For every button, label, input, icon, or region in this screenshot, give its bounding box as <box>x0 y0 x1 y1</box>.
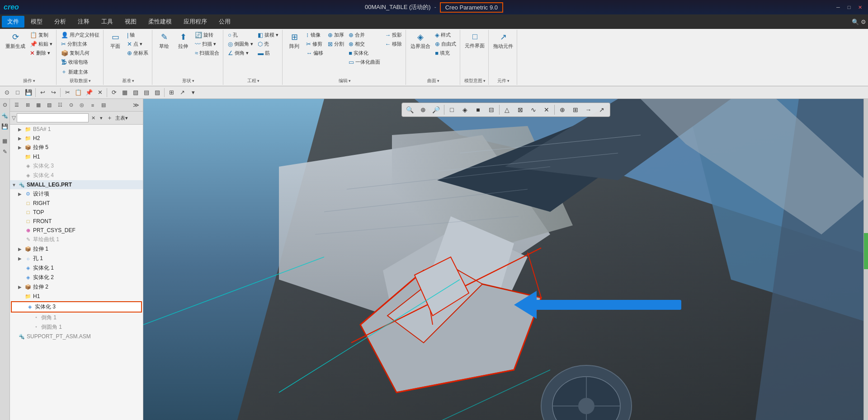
regenerate-button[interactable]: ⟳ 重新生成 <box>4 31 27 51</box>
tb-display4-icon[interactable]: ▨ <box>152 88 162 98</box>
hole-button[interactable]: ○孔 <box>226 31 255 39</box>
menu-model[interactable]: 模型 <box>25 16 48 28</box>
left-icon-sketch[interactable]: ✎ <box>1 148 9 156</box>
tb-display1-icon[interactable]: ▦ <box>120 88 130 98</box>
view-cross-button[interactable]: ✕ <box>540 104 553 116</box>
tree-item-h1a[interactable]: ▶ 📁 H1 <box>10 152 143 161</box>
view-curve-button[interactable]: ∿ <box>527 104 540 116</box>
viewport-3d[interactable]: 🔍 ⊕ 🔎 □ ◈ ■ ⊟ △ ⊠ ∿ ✕ ⊕ ⊞ → ↗ UG爱好者论坛@yo… <box>143 99 868 420</box>
minimize-button[interactable]: ─ <box>834 4 843 11</box>
menu-view[interactable]: 视图 <box>119 16 142 28</box>
split-button[interactable]: ⊠分割 <box>326 40 346 48</box>
rib-button[interactable]: ▬筋 <box>256 49 280 57</box>
tree-list-icon[interactable]: ☰ <box>12 100 22 110</box>
array-button[interactable]: ⊞ 阵列 <box>285 31 303 51</box>
tree-item-extrude1[interactable]: ▶ 📦 拉伸 1 <box>10 244 143 254</box>
sketch-button[interactable]: ✎ 草绘 <box>155 31 173 51</box>
mirror-button[interactable]: ⫶镜像 <box>304 31 325 39</box>
menu-common[interactable]: 公用 <box>213 16 236 28</box>
tree-item-right[interactable]: ▶ □ RIGHT <box>10 199 143 208</box>
tree-item-solidify1[interactable]: ▶ ◈ 实体化 1 <box>10 263 143 273</box>
menu-annotation[interactable]: 注释 <box>72 16 95 28</box>
extrude-button[interactable]: ⬆ 拉伸 <box>174 31 192 51</box>
tb-paste-icon[interactable]: 📌 <box>84 88 94 98</box>
boundary-blend-button[interactable]: ◈ 边界混合 <box>409 31 432 51</box>
surface-solidify-button[interactable]: ▭一体化曲面 <box>347 58 382 66</box>
tb-display2-icon[interactable]: ▧ <box>131 88 141 98</box>
view-xsec-button[interactable]: ⊠ <box>514 104 527 116</box>
zoom-fit-button[interactable]: ⊕ <box>417 104 429 116</box>
tree-view7-icon[interactable]: ▤ <box>99 100 108 110</box>
revolve-button[interactable]: 🔄旋转 <box>193 31 221 39</box>
merge-button[interactable]: ⊕合并 <box>347 31 382 39</box>
tree-view5-icon[interactable]: ◎ <box>77 100 87 110</box>
menu-analysis[interactable]: 分析 <box>49 16 71 28</box>
tree-grid-icon[interactable]: ⊞ <box>23 100 33 110</box>
tree-item-solidify4[interactable]: ▶ ◈ 实体化 4 <box>10 171 143 180</box>
view-box-button[interactable]: □ <box>446 104 458 116</box>
chamfer-button[interactable]: ∠倒角 ▾ <box>226 49 255 57</box>
offset-button[interactable]: ↔偏移 <box>304 49 325 57</box>
view-dir-button[interactable]: → <box>582 104 595 116</box>
tree-item-solidify2[interactable]: ▶ ◈ 实体化 2 <box>10 273 143 282</box>
tree-view4-icon[interactable]: ⊙ <box>66 100 76 110</box>
tree-item-hole1[interactable]: ▶ ○ 孔 1 <box>10 254 143 263</box>
close-button[interactable]: ✕ <box>855 4 864 11</box>
tree-item-front[interactable]: ▶ □ FRONT <box>10 217 143 226</box>
tb-new-icon[interactable]: □ <box>13 88 23 98</box>
tree-search-input[interactable] <box>17 113 89 122</box>
tree-item-small-leg[interactable]: ▼ 🔩 SMALL_LEG.PRT <box>10 180 143 189</box>
view-angle-button[interactable]: ↗ <box>595 104 608 116</box>
tb-regenerate-icon[interactable]: ⟳ <box>109 88 119 98</box>
tb-cut-icon[interactable]: ✂ <box>62 88 72 98</box>
view-arrow-button[interactable]: △ <box>501 104 514 116</box>
new-body-button[interactable]: ＋新建主体 <box>59 67 101 77</box>
maximize-button[interactable]: □ <box>844 4 854 11</box>
tb-redo-icon[interactable]: ↪ <box>48 88 58 98</box>
zoom-in-button[interactable]: 🔍 <box>404 104 416 116</box>
menu-file[interactable]: 文件 <box>2 16 24 28</box>
settings-icon[interactable]: ⚙ <box>861 19 866 25</box>
fill-button[interactable]: ■填充 <box>433 49 458 57</box>
style-button[interactable]: ◈样式 <box>433 31 458 39</box>
tb-undo-icon[interactable]: ↩ <box>38 88 47 98</box>
solidify-button[interactable]: ■实体化 <box>347 49 382 57</box>
tree-expand-icon[interactable]: ≫ <box>131 100 141 110</box>
zoom-out-button[interactable]: 🔎 <box>430 104 443 116</box>
tree-item-solidify3b[interactable]: ▶ ◈ 实体化 3 <box>11 301 142 313</box>
component-interface-button[interactable]: □ 元件界面 <box>463 31 486 51</box>
view-ref-button[interactable]: ⊞ <box>569 104 582 116</box>
tree-item-solidify3a[interactable]: ▶ ◈ 实体化 3 <box>10 161 143 171</box>
view-shading-button[interactable]: ■ <box>472 104 485 116</box>
point-button[interactable]: ✕点 ▾ <box>125 40 150 48</box>
thicken-button[interactable]: ⊕加厚 <box>326 31 346 39</box>
project-button[interactable]: →投影 <box>383 31 404 39</box>
tree-item-extrude2[interactable]: ▶ 📦 拉伸 2 <box>10 282 143 292</box>
master-table-label[interactable]: 主表▾ <box>114 115 141 121</box>
coordinate-button[interactable]: ⊕坐标系 <box>125 49 150 57</box>
split-body-button[interactable]: ✂分割主体 <box>59 40 101 48</box>
tb-arrow-icon[interactable]: ↗ <box>177 88 187 98</box>
paste-button[interactable]: 📌粘贴 ▾ <box>28 40 54 48</box>
tree-view6-icon[interactable]: ≡ <box>88 100 98 110</box>
view-orient-button[interactable]: ◈ <box>459 104 472 116</box>
copy-geometry-button[interactable]: 📦复制几何 <box>59 49 101 57</box>
intersect-button[interactable]: ⊗相交 <box>347 40 382 48</box>
left-icon-save[interactable]: 💾 <box>1 122 9 131</box>
round-button[interactable]: ◎倒圆角 ▾ <box>226 40 255 48</box>
menu-applications[interactable]: 应用程序 <box>178 16 212 28</box>
tree-item-sketch-curve[interactable]: ▶ ✎ 草绘曲线 1 <box>10 235 143 244</box>
tree-item-design[interactable]: ▶ ⚙ 设计项 <box>10 189 143 199</box>
search-icon[interactable]: 🔍 <box>852 19 859 25</box>
drag-component-button[interactable]: ↗ 拖动元件 <box>491 31 515 51</box>
tree-item-csys[interactable]: ▶ ⊕ PRT_CSYS_DEF <box>10 226 143 235</box>
user-feature-button[interactable]: 👤用户定义特征 <box>59 31 101 39</box>
left-icon-multiselect[interactable]: ⊙ <box>1 101 9 109</box>
left-icon-toolbar[interactable]: ▦ <box>1 137 9 145</box>
tb-array-icon[interactable]: ⊞ <box>166 88 176 98</box>
freestyle-button[interactable]: ⊕自由式 <box>433 40 458 48</box>
tree-view2-icon[interactable]: ▧ <box>44 100 54 110</box>
tree-view3-icon[interactable]: ☷ <box>55 100 65 110</box>
tb-save-icon[interactable]: 💾 <box>24 88 33 98</box>
copy-button[interactable]: 📋复制 <box>28 31 54 39</box>
